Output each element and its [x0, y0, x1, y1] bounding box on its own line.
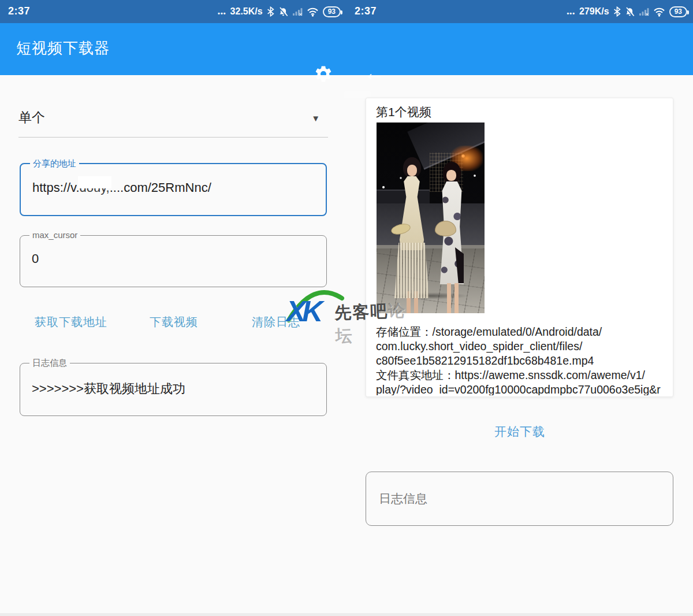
video-card-title: 第1个视频 — [376, 104, 431, 120]
dropdown-underline — [18, 137, 328, 138]
mute-bell-icon — [625, 7, 635, 17]
page-title: 短视频下载器 — [16, 38, 110, 58]
share-url-field[interactable]: 分享的地址 https://v.douy,....com/25RmNnc/ — [20, 163, 327, 216]
woman-right-figure — [434, 162, 471, 306]
mute-bell-icon — [278, 7, 288, 17]
clock: 2:37 — [355, 5, 377, 17]
video-thumbnail[interactable] — [377, 123, 485, 313]
max-cursor-label: max_cursor — [29, 230, 80, 240]
video-result-card: 第1个视频 存储位置：/storage/emulated/0/Android/ — [366, 98, 673, 397]
network-activity-dots: ••• — [218, 10, 226, 17]
real-file-url-text: 文件真实地址：https://aweme.snssdk.com/aweme/v1… — [376, 369, 661, 395]
storage-path-text: 存储位置：/storage/emulated/0/Android/data/ c… — [376, 325, 602, 367]
wifi-icon — [307, 7, 319, 17]
app-screen: 2:37 ••• 32.5K/s 93 2:37 ••• 279K/s 93 短… — [0, 0, 693, 616]
get-download-url-button[interactable]: 获取下载地址 — [35, 314, 107, 330]
status-bar-right: 2:37 ••• 279K/s 93 — [346, 0, 693, 23]
log-info-value: >>>>>>>获取视频地址成功 — [32, 380, 185, 398]
signal-icon — [639, 7, 649, 16]
download-log-box[interactable]: 日志信息 — [366, 472, 673, 526]
start-download-button[interactable]: 开始下载 — [346, 424, 693, 440]
bluetooth-icon — [613, 6, 621, 17]
censored-url-segment: douy, — [80, 180, 110, 195]
download-log-placeholder: 日志信息 — [379, 491, 427, 507]
wifi-icon — [653, 7, 665, 17]
max-cursor-value: 0 — [32, 251, 39, 266]
bluetooth-icon — [267, 6, 274, 17]
network-speed: 279K/s — [579, 6, 609, 17]
download-video-button[interactable]: 下载视频 — [150, 314, 198, 330]
share-url-value: https://v.douy,....com/25RmNnc/ — [32, 180, 211, 195]
clear-log-button[interactable]: 清除日志 — [252, 314, 300, 330]
screenshot-bottom-edge — [0, 613, 693, 616]
max-cursor-field[interactable]: max_cursor 0 — [20, 235, 327, 287]
mode-dropdown[interactable]: 单个 ▼ — [18, 109, 328, 138]
log-info-label: 日志信息 — [29, 358, 70, 369]
signal-icon — [292, 7, 303, 16]
log-info-field[interactable]: 日志信息 >>>>>>>获取视频地址成功 — [20, 363, 327, 416]
fan-right — [435, 221, 456, 236]
woman-left-figure — [393, 157, 432, 305]
network-speed: 32.5K/s — [230, 6, 263, 17]
battery-icon: 93 — [669, 6, 687, 17]
back-arrow-icon[interactable]: ← — [362, 60, 387, 86]
share-url-label: 分享的地址 — [30, 158, 79, 169]
battery-icon: 93 — [323, 6, 341, 17]
status-bar-left: 2:37 ••• 32.5K/s 93 — [0, 0, 346, 23]
network-activity-dots: ••• — [567, 10, 575, 17]
mode-dropdown-value: 单个 — [18, 110, 45, 125]
censor-blur-overlay — [78, 176, 111, 188]
app-bar: 短视频下载器 ← — [0, 23, 693, 75]
settings-gear-icon[interactable] — [314, 64, 333, 84]
chevron-down-icon: ▼ — [311, 113, 320, 123]
video-file-info: 存储位置：/storage/emulated/0/Android/data/ c… — [376, 325, 666, 395]
clock: 2:37 — [8, 5, 30, 17]
